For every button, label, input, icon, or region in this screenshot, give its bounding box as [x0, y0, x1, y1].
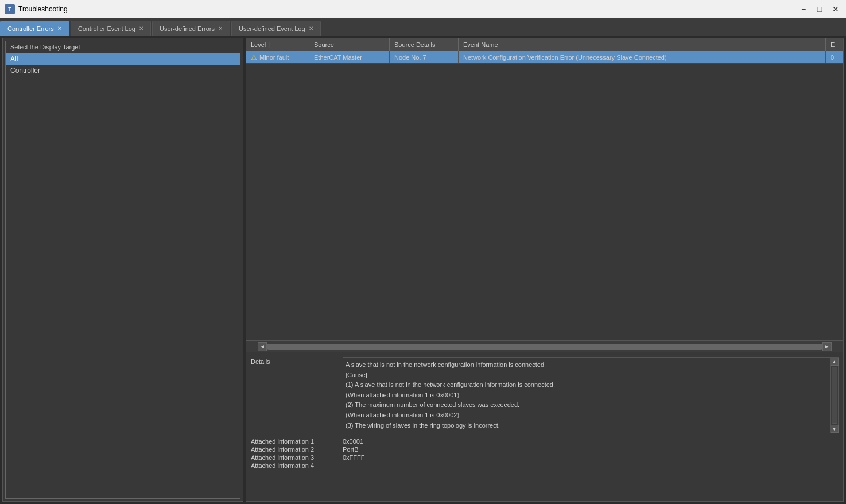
col-header-level: Level | — [246, 38, 309, 51]
col-header-source: Source — [309, 38, 390, 51]
details-label: Details — [251, 357, 343, 433]
scroll-up-arrow[interactable]: ▲ — [831, 358, 839, 366]
window-title: Troubleshooting — [18, 5, 798, 13]
display-target-label: Select the Display Target — [10, 44, 80, 51]
tab-close-controller-event-log[interactable]: ✕ — [139, 25, 143, 32]
right-panel: Level | Source Source Details Event Name… — [246, 38, 844, 502]
cell-e-text: 0 — [831, 54, 834, 61]
cell-source: EtherCAT Master — [309, 51, 390, 63]
attached-label-1: Attached information 1 — [251, 438, 343, 445]
tab-bar: Controller Errors ✕ Controller Event Log… — [0, 18, 846, 36]
attached-label-3: Attached information 3 — [251, 454, 343, 461]
warning-icon: ⚠ — [251, 53, 257, 61]
table-row[interactable]: ⚠ Minor fault EtherCAT Master Node No. 7… — [246, 51, 843, 64]
scroll-bar-track[interactable] — [267, 344, 822, 350]
details-panel: Details A slave that is not in the netwo… — [246, 352, 843, 501]
scroll-track — [832, 367, 837, 424]
list-item-controller[interactable]: Controller — [6, 65, 240, 76]
list-item-all-label: All — [10, 55, 18, 63]
cell-level-text: Minor fault — [259, 54, 289, 61]
tab-controller-errors[interactable]: Controller Errors ✕ — [0, 21, 69, 36]
tab-close-user-defined-errors[interactable]: ✕ — [218, 25, 223, 32]
maximize-button[interactable]: □ — [814, 3, 825, 15]
attached-label-4: Attached information 4 — [251, 462, 343, 469]
tab-controller-event-log[interactable]: Controller Event Log ✕ — [71, 21, 151, 36]
close-button[interactable]: ✕ — [830, 3, 841, 15]
cell-source-details: Node No. 7 — [390, 51, 459, 63]
details-value-wrapper: A slave that is not in the network confi… — [343, 357, 839, 433]
window-controls: − □ ✕ — [798, 3, 841, 15]
list-item-controller-label: Controller — [10, 67, 40, 75]
cell-source-details-text: Node No. 7 — [394, 54, 426, 61]
details-section: Details A slave that is not in the netwo… — [251, 357, 839, 433]
table-body: ⚠ Minor fault EtherCAT Master Node No. 7… — [246, 51, 843, 340]
cell-source-text: EtherCAT Master — [314, 54, 362, 61]
tab-label-controller-errors: Controller Errors — [7, 25, 54, 32]
tab-user-defined-errors[interactable]: User-defined Errors ✕ — [152, 21, 230, 36]
minimize-button[interactable]: − — [798, 3, 809, 15]
details-text-area-wrapper: A slave that is not in the network confi… — [343, 357, 839, 433]
scroll-down-arrow[interactable]: ▼ — [831, 425, 839, 433]
cell-event-name-text: Network Configuration Verification Error… — [463, 54, 667, 61]
attached-value-3: 0xFFFF — [343, 454, 365, 461]
attached-row-3: Attached information 3 0xFFFF — [251, 454, 839, 461]
details-text-content: A slave that is not in the network confi… — [343, 358, 830, 433]
col-header-e: E — [826, 38, 843, 51]
tab-user-defined-event-log[interactable]: User-defined Event Log ✕ — [231, 21, 321, 36]
left-panel: Select the Display Target All Controller — [2, 38, 243, 502]
scroll-right-btn[interactable]: ► — [822, 342, 832, 351]
cell-event-name: Network Configuration Verification Error… — [459, 51, 826, 63]
list-item-all[interactable]: All — [6, 53, 240, 65]
attached-info-section: Attached information 1 0x0001 Attached i… — [251, 438, 839, 469]
attached-label-2: Attached information 2 — [251, 446, 343, 453]
tab-close-controller-errors[interactable]: ✕ — [57, 25, 62, 32]
title-bar: T Troubleshooting − □ ✕ — [0, 0, 846, 18]
cell-e: 0 — [826, 51, 843, 63]
col-header-source-details: Source Details — [390, 38, 459, 51]
scroll-left-btn[interactable]: ◄ — [258, 342, 267, 351]
attached-row-4: Attached information 4 — [251, 462, 839, 469]
app-icon: T — [5, 4, 15, 14]
details-scrollbar[interactable]: ▲ ▼ — [830, 358, 838, 433]
attached-row-2: Attached information 2 PortB — [251, 446, 839, 453]
error-table: Level | Source Source Details Event Name… — [246, 38, 843, 352]
main-content: Select the Display Target All Controller… — [0, 36, 846, 504]
tab-label-user-defined-event-log: User-defined Event Log — [239, 25, 305, 32]
col-header-event-name: Event Name — [459, 38, 826, 51]
horizontal-scrollbar[interactable]: ◄ ► — [246, 340, 843, 352]
attached-value-1: 0x0001 — [343, 438, 363, 445]
tab-close-user-defined-event-log[interactable]: ✕ — [309, 25, 313, 32]
cell-level: ⚠ Minor fault — [246, 51, 309, 63]
tab-label-controller-event-log: Controller Event Log — [78, 25, 135, 32]
table-header: Level | Source Source Details Event Name… — [246, 38, 843, 51]
attached-row-1: Attached information 1 0x0001 — [251, 438, 839, 445]
tab-label-user-defined-errors: User-defined Errors — [160, 25, 215, 32]
attached-value-2: PortB — [343, 446, 359, 453]
